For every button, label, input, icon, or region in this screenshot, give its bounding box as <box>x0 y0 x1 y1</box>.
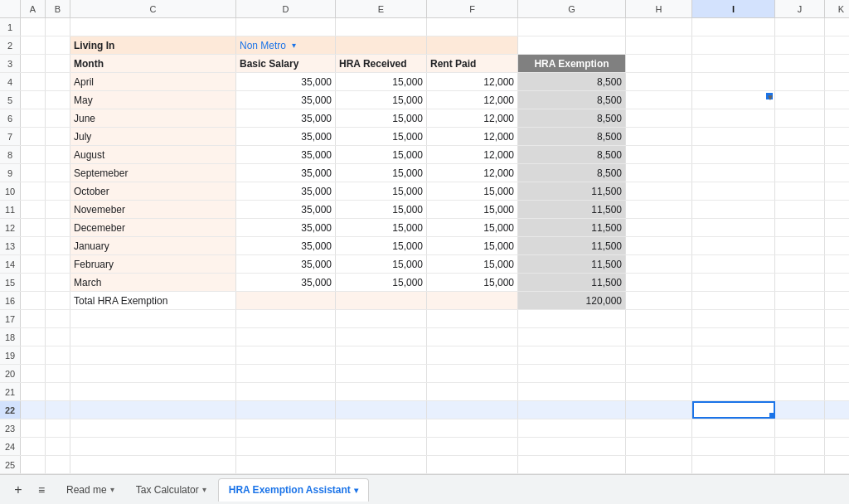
cell[interactable] <box>21 438 46 455</box>
cell[interactable] <box>626 164 692 182</box>
cell-month[interactable]: January <box>70 237 236 254</box>
cell-hra-received[interactable]: 15,000 <box>336 109 427 127</box>
cell[interactable] <box>626 438 692 455</box>
cell-month[interactable]: April <box>70 73 236 90</box>
add-sheet-button[interactable]: + <box>7 478 30 502</box>
cell[interactable] <box>46 128 70 145</box>
cell[interactable] <box>692 346 775 364</box>
cell[interactable] <box>21 237 46 254</box>
cell[interactable] <box>21 182 46 200</box>
cell[interactable] <box>825 201 849 218</box>
cell-hra-exemption[interactable]: 8,500 <box>518 73 626 90</box>
cell[interactable] <box>692 255 775 273</box>
cell[interactable] <box>626 255 692 273</box>
cell[interactable] <box>692 109 775 127</box>
cell[interactable] <box>775 18 825 36</box>
cell[interactable] <box>626 201 692 218</box>
cell[interactable] <box>336 292 427 309</box>
cell[interactable] <box>46 237 70 254</box>
cell[interactable] <box>825 383 849 400</box>
cell[interactable] <box>775 401 825 419</box>
cell-basic-salary[interactable]: 35,000 <box>236 73 336 90</box>
cell[interactable] <box>46 146 70 163</box>
cell-hra-received[interactable]: 15,000 <box>336 255 427 273</box>
cell[interactable] <box>336 346 427 364</box>
cell[interactable] <box>336 419 427 437</box>
cell-rent-paid[interactable]: 12,000 <box>427 91 518 109</box>
cell[interactable] <box>236 346 336 364</box>
cell[interactable] <box>21 383 46 400</box>
col-header-d[interactable]: D <box>236 0 336 17</box>
cell[interactable] <box>336 365 427 382</box>
cell[interactable] <box>21 419 46 437</box>
cell[interactable] <box>775 219 825 236</box>
cell-hra-received[interactable]: 15,000 <box>336 73 427 90</box>
cell[interactable] <box>775 146 825 163</box>
cell[interactable] <box>775 91 825 109</box>
cell[interactable] <box>775 73 825 90</box>
col-header-f[interactable]: F <box>427 0 518 17</box>
cell[interactable] <box>46 91 70 109</box>
cell[interactable] <box>46 201 70 218</box>
cell-month[interactable]: July <box>70 128 236 145</box>
cell-hra-received[interactable]: 15,000 <box>336 164 427 182</box>
cell[interactable] <box>825 55 849 72</box>
cell[interactable] <box>21 219 46 236</box>
cell[interactable] <box>692 456 775 473</box>
cell[interactable] <box>825 109 849 127</box>
col-header-g[interactable]: G <box>518 0 626 17</box>
cell[interactable] <box>775 328 825 346</box>
cell[interactable] <box>46 292 70 309</box>
cell-hra-exemption[interactable]: 8,500 <box>518 109 626 127</box>
cell-hra-exemption[interactable]: 11,500 <box>518 274 626 291</box>
cell[interactable] <box>775 237 825 254</box>
cell-rent-paid[interactable]: 12,000 <box>427 146 518 163</box>
cell[interactable] <box>70 419 236 437</box>
cell-month[interactable]: February <box>70 255 236 273</box>
cell[interactable] <box>775 274 825 291</box>
cell[interactable] <box>775 201 825 218</box>
cell-month[interactable]: August <box>70 146 236 163</box>
cell[interactable] <box>21 274 46 291</box>
cell-basic-salary[interactable]: 35,000 <box>236 255 336 273</box>
cell[interactable] <box>626 237 692 254</box>
cell-month[interactable]: May <box>70 91 236 109</box>
cell[interactable] <box>775 255 825 273</box>
cell[interactable] <box>336 401 427 419</box>
sheet-menu-button[interactable]: ≡ <box>30 478 53 502</box>
cell[interactable] <box>46 164 70 182</box>
cell-rent-paid[interactable]: 15,000 <box>427 219 518 236</box>
cell[interactable] <box>775 128 825 145</box>
cell[interactable] <box>626 91 692 109</box>
cell[interactable] <box>46 36 70 54</box>
cell[interactable] <box>427 419 518 437</box>
cell[interactable] <box>21 36 46 54</box>
cell[interactable] <box>518 346 626 364</box>
cell-hra-received[interactable]: 15,000 <box>336 201 427 218</box>
cell[interactable] <box>70 328 236 346</box>
cell[interactable] <box>775 292 825 309</box>
cell-rent-paid-header[interactable]: Rent Paid <box>427 55 518 72</box>
cell[interactable] <box>336 383 427 400</box>
cell[interactable] <box>692 310 775 327</box>
cell[interactable] <box>825 182 849 200</box>
cell[interactable] <box>775 346 825 364</box>
cell[interactable] <box>692 55 775 72</box>
col-header-c[interactable]: C <box>70 0 236 17</box>
cell[interactable] <box>626 55 692 72</box>
cell[interactable] <box>692 182 775 200</box>
cell[interactable] <box>70 383 236 400</box>
cell[interactable] <box>427 292 518 309</box>
cell[interactable] <box>21 255 46 273</box>
cell[interactable] <box>775 383 825 400</box>
cell[interactable] <box>236 419 336 437</box>
cell[interactable] <box>518 310 626 327</box>
cell[interactable] <box>825 128 849 145</box>
cell-rent-paid[interactable]: 15,000 <box>427 182 518 200</box>
cell[interactable] <box>427 438 518 455</box>
cell-basic-salary[interactable]: 35,000 <box>236 274 336 291</box>
cell[interactable] <box>46 438 70 455</box>
cell[interactable] <box>775 164 825 182</box>
cell[interactable] <box>21 91 46 109</box>
cell[interactable] <box>518 365 626 382</box>
